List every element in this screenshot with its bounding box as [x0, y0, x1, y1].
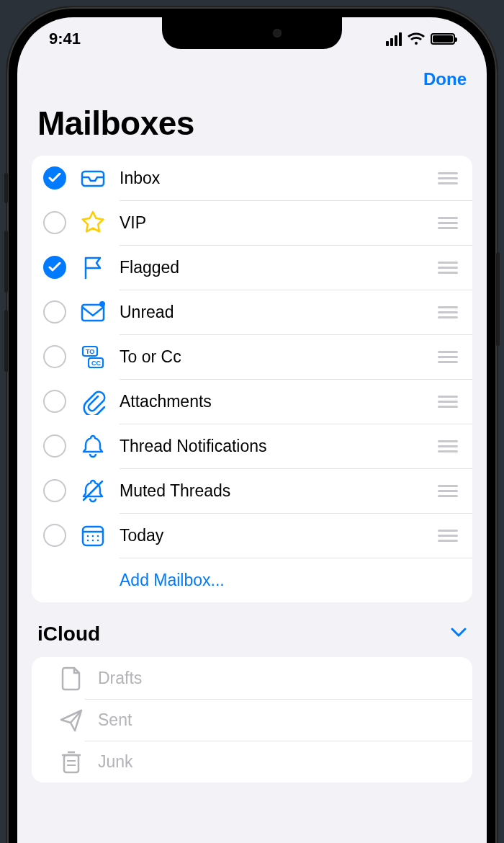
- checkbox[interactable]: [43, 300, 66, 324]
- drag-handle-icon[interactable]: [438, 172, 461, 184]
- cellular-icon: [386, 32, 402, 46]
- checkbox[interactable]: [43, 345, 66, 368]
- icloud-row-doc: Drafts: [32, 657, 472, 699]
- mailbox-label: Inbox: [120, 169, 438, 188]
- calendar-icon: [79, 522, 107, 549]
- mailbox-row-tocc[interactable]: To or Cc: [32, 334, 472, 379]
- front-camera: [273, 29, 282, 37]
- mailbox-row-bellslash[interactable]: Muted Threads: [32, 468, 472, 513]
- mailbox-row-flag[interactable]: Flagged: [32, 245, 472, 290]
- mailbox-row-calendar[interactable]: Today: [32, 513, 472, 558]
- paperclip-icon: [79, 388, 107, 415]
- drag-handle-icon[interactable]: [438, 351, 461, 363]
- icloud-item-label: Drafts: [98, 669, 461, 688]
- checkbox[interactable]: [43, 434, 66, 458]
- drag-handle-icon[interactable]: [438, 217, 461, 229]
- mailboxes-card: InboxVIPFlaggedUnreadTo or CcAttachments…: [32, 156, 472, 602]
- volume-down-button: [4, 310, 8, 372]
- checkbox[interactable]: [43, 256, 66, 279]
- phone-frame: 9:41 Done Mailboxes InboxVIPFlaggedUnrea…: [7, 7, 497, 843]
- battery-icon: [431, 33, 455, 45]
- trash-icon: [58, 748, 85, 775]
- icloud-item-label: Junk: [98, 752, 461, 772]
- flag-icon: [79, 254, 107, 281]
- mailbox-label: VIP: [120, 213, 438, 233]
- nav-bar: Done: [17, 61, 487, 89]
- checkbox[interactable]: [43, 166, 66, 189]
- tocc-icon: [79, 343, 107, 370]
- mute-switch: [4, 173, 8, 203]
- drag-handle-icon[interactable]: [438, 530, 461, 542]
- wifi-icon: [408, 32, 425, 45]
- icloud-item-label: Sent: [98, 710, 461, 730]
- mailbox-label: Thread Notifications: [120, 437, 438, 456]
- chevron-down-icon: [451, 628, 467, 641]
- mailbox-row-unread[interactable]: Unread: [32, 290, 472, 334]
- unread-icon: [79, 298, 107, 326]
- volume-up-button: [4, 231, 8, 293]
- icloud-card: DraftsSentJunk: [32, 657, 472, 782]
- icloud-row-trash: Junk: [32, 741, 472, 782]
- mailbox-row-star[interactable]: VIP: [32, 200, 472, 245]
- bell-icon: [79, 432, 107, 460]
- paperplane-icon: [58, 706, 85, 733]
- inbox-icon: [79, 164, 107, 192]
- checkbox[interactable]: [43, 211, 66, 234]
- star-icon: [79, 209, 107, 236]
- power-button: [496, 252, 500, 346]
- mailbox-row-inbox[interactable]: Inbox: [32, 156, 472, 200]
- mailbox-row-paperclip[interactable]: Attachments: [32, 379, 472, 424]
- drag-handle-icon[interactable]: [438, 440, 461, 452]
- drag-handle-icon[interactable]: [438, 262, 461, 274]
- done-button[interactable]: Done: [423, 69, 467, 89]
- page-title: Mailboxes: [17, 89, 487, 150]
- notch: [162, 17, 342, 49]
- checkbox[interactable]: [43, 479, 66, 502]
- screen: 9:41 Done Mailboxes InboxVIPFlaggedUnrea…: [17, 17, 487, 843]
- status-time: 9:41: [49, 30, 81, 48]
- drag-handle-icon[interactable]: [438, 306, 461, 318]
- icloud-row-paperplane: Sent: [32, 699, 472, 741]
- mailbox-label: To or Cc: [120, 347, 438, 367]
- drag-handle-icon[interactable]: [438, 485, 461, 497]
- checkbox[interactable]: [43, 524, 66, 547]
- mailbox-label: Flagged: [120, 258, 438, 277]
- mailbox-label: Attachments: [120, 392, 438, 411]
- mailbox-row-bell[interactable]: Thread Notifications: [32, 424, 472, 468]
- doc-icon: [58, 664, 85, 692]
- bellslash-icon: [79, 477, 107, 504]
- mailbox-label: Muted Threads: [120, 481, 438, 501]
- icloud-section-header[interactable]: iCloud: [17, 602, 487, 651]
- add-mailbox-button[interactable]: Add Mailbox...: [120, 571, 225, 590]
- checkbox[interactable]: [43, 390, 66, 413]
- mailbox-label: Unread: [120, 303, 438, 322]
- icloud-title: iCloud: [37, 623, 100, 646]
- mailbox-label: Today: [120, 526, 438, 545]
- drag-handle-icon[interactable]: [438, 396, 461, 408]
